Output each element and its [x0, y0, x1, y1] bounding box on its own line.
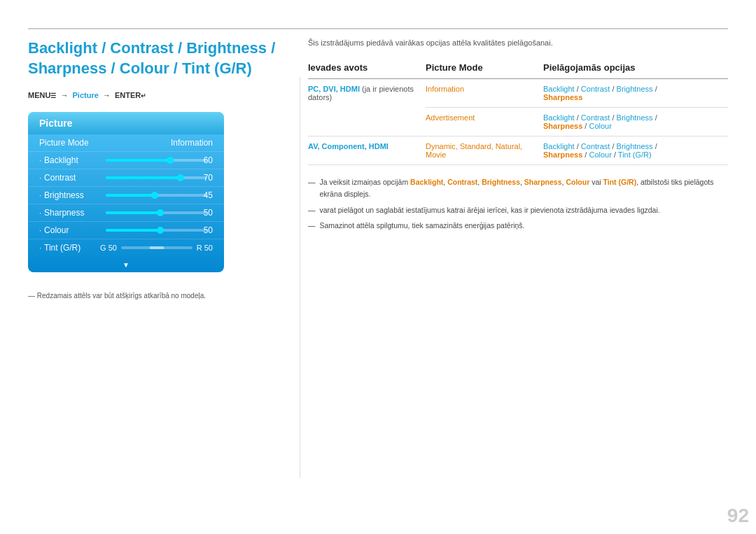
bullet-sharpness: ·: [39, 209, 41, 217]
tint-slider[interactable]: [121, 246, 192, 249]
mode-cell-dynamic: Dynamic, Standard, Natural, Movie: [426, 136, 543, 165]
brightness-thumb: [151, 192, 158, 199]
bottom-note: Redzamais attēls var būt atšķirīgs atkar…: [28, 292, 280, 300]
menu-item-contrast[interactable]: · Contrast 70: [28, 169, 224, 187]
colour-label: Colour: [44, 225, 100, 235]
arrow1: →: [60, 91, 68, 99]
column-divider: [300, 77, 300, 478]
bullet-backlight: ·: [39, 156, 41, 164]
sharpness-label: Sharpness: [44, 208, 100, 218]
mode-cell-advertisement: Advertisement: [426, 108, 543, 136]
scroll-down-indicator: [28, 256, 224, 272]
contrast-fill: [106, 176, 176, 179]
picture-mode-value: Information: [171, 138, 213, 148]
top-border: [28, 28, 728, 29]
intro-text: Šis izstrādājums piedāvā vairākas opcija…: [308, 38, 728, 47]
page-title: Backlight / Contrast / Brightness / Shar…: [28, 38, 280, 78]
menu-item-colour[interactable]: · Colour 50: [28, 222, 224, 239]
mode-cell-information: Information: [426, 79, 543, 108]
menu-item-picture-mode[interactable]: Picture Mode Information: [28, 134, 224, 152]
menu-item-sharpness[interactable]: · Sharpness 50: [28, 204, 224, 222]
colour-value: 50: [204, 225, 213, 235]
brightness-label: Brightness: [44, 190, 100, 200]
menu-label: MENU: [28, 91, 50, 99]
info-table: Ievades avots Picture Mode Pielāgojamās …: [308, 59, 728, 165]
contrast-value: 70: [204, 173, 213, 183]
menu-item-brightness[interactable]: · Brightness 45: [28, 187, 224, 204]
brightness-slider[interactable]: [106, 194, 207, 197]
source-cell-2: AV, Component, HDMI: [308, 136, 426, 165]
sharpness-slider[interactable]: [106, 211, 207, 214]
page-number: 92: [727, 505, 749, 527]
note-3: — Samazinot attēla spilgtumu, tiek samaz…: [308, 220, 728, 232]
header-mode: Picture Mode: [426, 59, 543, 79]
header-options: Pielāgojamās opcijas: [543, 59, 728, 79]
picture-mode-label: Picture Mode: [39, 138, 171, 148]
table-row: PC, DVI, HDMI (ja ir pievienots dators) …: [308, 79, 728, 108]
table-row: AV, Component, HDMI Dynamic, Standard, N…: [308, 136, 728, 165]
note-2: — varat pielāgot un saglabāt iestatījumu…: [308, 204, 728, 216]
right-column: Šis izstrādājums piedāvā vairākas opcija…: [308, 38, 728, 236]
colour-slider[interactable]: [106, 229, 207, 232]
colour-thumb: [157, 227, 164, 234]
menu-item-tint[interactable]: · Tint (G/R) G 50 R 50: [28, 239, 224, 256]
note-1: — Ja veiksit izmaiņas opcijām Backlight,…: [308, 176, 728, 200]
bullet-brightness: ·: [39, 191, 41, 199]
sharpness-value: 50: [204, 208, 213, 218]
left-column: Backlight / Contrast / Brightness / Shar…: [28, 38, 280, 300]
backlight-label: Backlight: [44, 155, 100, 165]
picture-menu-title: Picture: [28, 112, 224, 134]
menu-path: MENU☰ → Picture → ENTER↵: [28, 91, 280, 99]
tint-fill: [150, 246, 164, 249]
backlight-fill: [106, 159, 167, 162]
picture-menu-box: Picture Picture Mode Information · Backl…: [28, 112, 224, 272]
backlight-thumb: [167, 157, 174, 164]
header-source: Ievades avots: [308, 59, 426, 79]
arrow2: →: [103, 91, 111, 99]
sharpness-fill: [106, 211, 156, 214]
brightness-value: 45: [204, 190, 213, 200]
picture-link: Picture: [73, 91, 99, 99]
menu-item-backlight[interactable]: · Backlight 60: [28, 152, 224, 169]
backlight-value: 60: [204, 155, 213, 165]
options-cell-1: Backlight / Contrast / Brightness / Shar…: [543, 79, 728, 108]
tint-g-label: G 50: [100, 244, 117, 252]
options-cell-2: Backlight / Contrast / Brightness / Shar…: [543, 108, 728, 136]
contrast-label: Contrast: [44, 173, 100, 183]
colour-fill: [106, 229, 156, 232]
page-content: Backlight / Contrast / Brightness / Shar…: [28, 38, 728, 506]
source-cell-1: PC, DVI, HDMI (ja ir pievienots dators): [308, 79, 426, 136]
options-cell-3: Backlight / Contrast / Brightness / Shar…: [543, 136, 728, 165]
sharpness-thumb: [157, 209, 164, 216]
bullet-colour: ·: [39, 226, 41, 234]
brightness-fill: [106, 194, 151, 197]
tint-r-label: R 50: [197, 244, 213, 252]
backlight-slider[interactable]: [106, 159, 207, 162]
bullet-contrast: ·: [39, 174, 41, 182]
contrast-thumb: [177, 174, 184, 181]
bullet-tint: ·: [39, 244, 41, 252]
contrast-slider[interactable]: [106, 176, 207, 179]
enter-label: ENTER: [115, 91, 141, 99]
notes-section: — Ja veiksit izmaiņas opcijām Backlight,…: [308, 176, 728, 232]
tint-label: Tint (G/R): [44, 243, 100, 253]
